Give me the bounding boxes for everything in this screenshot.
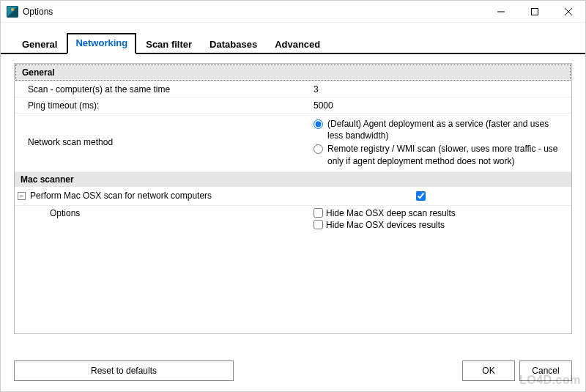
radio-default-label[interactable]: (Default) Agent deployment as a service … — [327, 118, 562, 141]
ping-timeout-label: Ping timeout (ms): — [15, 98, 308, 113]
mac-perform-label-wrap: − Perform Mac OSX scan for network compu… — [15, 188, 308, 203]
section-header-mac: Mac scanner — [15, 172, 571, 187]
settings-panel: General Scan - computer(s) at the same t… — [14, 63, 572, 334]
scan-concurrent-value[interactable]: 3 — [308, 82, 571, 97]
radio-default-agent[interactable] — [314, 119, 323, 129]
window-title: Options — [23, 7, 53, 17]
ok-button[interactable]: OK — [462, 360, 515, 381]
hide-devices-row[interactable]: Hide Mac OSX devices results — [314, 220, 565, 230]
hide-deep-label: Hide Mac OSX deep scan results — [326, 208, 456, 218]
maximize-button[interactable] — [518, 1, 552, 22]
svg-rect-1 — [532, 8, 538, 15]
scan-method-label: Network scan method — [15, 135, 308, 149]
ping-timeout-value[interactable]: 5000 — [308, 98, 571, 113]
close-button[interactable] — [552, 1, 585, 22]
button-bar: Reset to defaults OK Cancel — [14, 360, 572, 381]
app-icon — [7, 6, 18, 18]
options-window: Options General Networking Scan filter D… — [0, 0, 586, 392]
tab-general[interactable]: General — [14, 35, 65, 54]
row-ping-timeout: Ping timeout (ms): 5000 — [15, 97, 571, 114]
tab-databases[interactable]: Databases — [201, 35, 265, 54]
tab-bar: General Networking Scan filter Databases… — [1, 23, 585, 54]
window-controls — [484, 1, 585, 22]
tab-advanced[interactable]: Advanced — [267, 35, 328, 54]
hide-devices-checkbox[interactable] — [314, 220, 323, 229]
scan-method-options: (Default) Agent deployment as a service … — [308, 114, 571, 171]
hide-deep-checkbox[interactable] — [314, 208, 323, 218]
row-mac-options: Options Hide Mac OSX deep scan results H… — [15, 206, 571, 232]
mac-options-label: Options — [15, 206, 308, 221]
radio-remote-label[interactable]: Remote registry / WMI scan (slower, uses… — [327, 143, 562, 166]
row-scan-concurrent: Scan - computer(s) at the same time 3 — [15, 81, 571, 97]
cancel-button[interactable]: Cancel — [519, 360, 572, 381]
hide-devices-label: Hide Mac OSX devices results — [326, 220, 445, 230]
hide-deep-row[interactable]: Hide Mac OSX deep scan results — [314, 208, 565, 218]
minimize-button[interactable] — [484, 1, 518, 22]
tab-scan-filter[interactable]: Scan filter — [138, 35, 200, 54]
section-header-general: General — [15, 64, 571, 81]
tree-collapse-icon[interactable]: − — [18, 192, 26, 200]
tab-networking[interactable]: Networking — [67, 33, 136, 54]
mac-perform-label: Perform Mac OSX scan for network compute… — [30, 191, 212, 201]
scan-concurrent-label: Scan - computer(s) at the same time — [15, 82, 308, 97]
radio-remote-wmi[interactable] — [314, 144, 323, 154]
mac-perform-checkbox[interactable] — [416, 191, 426, 201]
title-bar: Options — [1, 1, 585, 23]
reset-defaults-button[interactable]: Reset to defaults — [14, 360, 234, 381]
row-mac-perform: − Perform Mac OSX scan for network compu… — [15, 187, 571, 206]
mac-options-values: Hide Mac OSX deep scan results Hide Mac … — [308, 206, 571, 232]
row-scan-method: Network scan method (Default) Agent depl… — [15, 114, 571, 172]
